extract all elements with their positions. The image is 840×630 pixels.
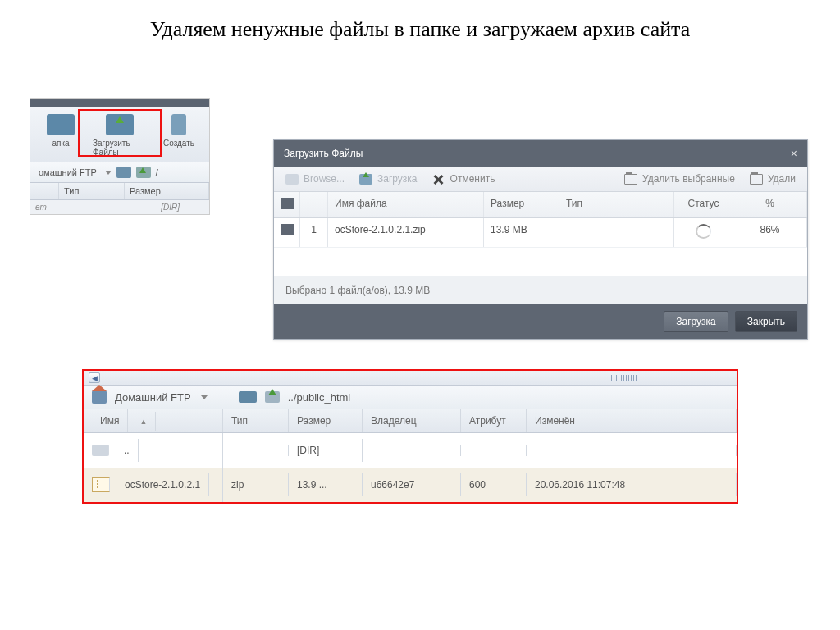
row-size: [DIR] [289, 439, 363, 462]
row-owner: u66642e7 [363, 473, 461, 496]
tool-folder[interactable]: апка [34, 112, 88, 158]
dialog-title: Загрузить Файлы [284, 148, 363, 159]
tool-folder-label: апка [52, 139, 69, 148]
upload-button[interactable]: Загрузка [359, 173, 418, 185]
trash-icon [624, 174, 637, 185]
col-owner[interactable]: Владелец [363, 409, 461, 432]
col-type[interactable]: Тип [223, 409, 289, 432]
dialog-close-button[interactable]: Закрыть [735, 311, 797, 332]
footer-em: em [35, 203, 47, 212]
dialog-upload-button[interactable]: Загрузка [664, 311, 728, 332]
row-name: .. [116, 439, 139, 462]
col-size[interactable]: Размер [125, 183, 209, 199]
home-icon[interactable] [92, 390, 107, 404]
row-percent: 86% [733, 218, 807, 247]
close-icon[interactable]: × [791, 147, 797, 160]
upload-dialog: Загрузить Файлы × Browse... Загрузка Отм… [273, 139, 808, 340]
delete-label: Удали [768, 173, 796, 185]
upload-icon [359, 174, 372, 185]
dialog-summary: Выбрано 1 файл(а/ов), 13.9 MB [274, 276, 807, 304]
zip-icon [92, 477, 110, 492]
chevron-down-icon[interactable] [105, 171, 112, 175]
breadcrumb-home[interactable]: омашний FTP [35, 166, 100, 179]
row-filename: ocStore-2.1.0.2.1.zip [328, 218, 484, 247]
cancel-icon [432, 174, 445, 185]
row-size: 13.9 ... [289, 473, 363, 496]
col-size[interactable]: Размер [484, 192, 559, 217]
toolbar-row: апка Загрузить Файлы Создать [30, 107, 209, 162]
file-listing: ◀ Домашний FTP ../public_html Имя▲ Тип Р… [82, 369, 738, 504]
new-icon [171, 114, 186, 135]
row-type [223, 445, 289, 456]
tool-upload[interactable]: Загрузить Файлы [93, 112, 147, 158]
folder-icon [285, 174, 299, 185]
row-status [674, 218, 733, 247]
dialog-titlebar: Загрузить Файлы × [274, 140, 807, 167]
horizontal-scrollbar[interactable]: ◀ [84, 371, 737, 386]
up-arrow-icon[interactable] [136, 167, 151, 178]
snippet-footer: em [DIR] [30, 200, 209, 214]
folder-icon [92, 445, 109, 456]
row-size: 13.9 MB [484, 218, 559, 247]
col-type[interactable]: Тип [59, 183, 125, 199]
delete-button[interactable]: Удали [750, 173, 796, 185]
breadcrumb-slash: / [156, 167, 158, 177]
scroll-left-icon[interactable]: ◀ [89, 372, 100, 383]
current-path: ../public_html [288, 391, 351, 404]
row-modified [527, 445, 737, 456]
page-title: Удаляем ненужные файлы в папке и загружа… [0, 0, 840, 50]
col-name[interactable]: Имя▲ [84, 409, 223, 432]
dialog-actions: Browse... Загрузка Отменить Удалить выбр… [274, 167, 807, 192]
up-arrow-icon[interactable] [265, 391, 280, 403]
footer-dir: [DIR] [161, 203, 180, 212]
delete-selected-label: Удалить выбранные [642, 173, 735, 185]
home-ftp-label[interactable]: Домашний FTP [115, 391, 191, 404]
col-percent[interactable]: % [733, 192, 807, 217]
tool-new[interactable]: Создать [152, 112, 206, 158]
upload-row[interactable]: 1 ocStore-2.1.0.2.1.zip 13.9 MB 86% [274, 218, 807, 248]
window-chrome [30, 99, 209, 107]
row-name: ocStore-2.1.0.2.1 [116, 473, 209, 496]
list-item[interactable]: ocStore-2.1.0.2.1 zip 13.9 ... u66642e7 … [84, 468, 737, 502]
row-attr [461, 445, 527, 456]
drive-icon[interactable] [239, 391, 257, 403]
cancel-button[interactable]: Отменить [432, 173, 495, 185]
row-checkbox[interactable] [274, 218, 300, 247]
breadcrumb-row: омашний FTP / [30, 162, 209, 183]
row-attr: 600 [461, 473, 527, 496]
upload-label: Загрузка [377, 173, 418, 185]
row-type: zip [223, 473, 289, 496]
checkbox-header[interactable] [274, 192, 300, 217]
col-modified[interactable]: Изменён [527, 409, 737, 432]
folder-icon [47, 114, 75, 135]
col-status[interactable]: Статус [674, 192, 733, 217]
col-filename[interactable]: Имя файла [328, 192, 484, 217]
row-modified: 20.06.2016 11:07:48 [527, 473, 737, 496]
upload-folder-icon [106, 114, 134, 135]
listing-navbar: Домашний FTP ../public_html [84, 386, 737, 409]
col-size[interactable]: Размер [289, 409, 363, 432]
tool-upload-label: Загрузить Файлы [93, 139, 147, 157]
delete-selected-button[interactable]: Удалить выбранные [624, 173, 735, 185]
trash-icon [750, 174, 763, 185]
list-item[interactable]: .. [DIR] [84, 433, 737, 468]
tool-new-label: Создать [163, 139, 194, 148]
sort-asc-icon: ▲ [131, 412, 156, 431]
col-attr[interactable]: Атрибут [461, 409, 527, 432]
spinner-icon [696, 224, 711, 239]
row-index: 1 [300, 218, 328, 247]
drive-icon[interactable] [116, 167, 131, 178]
col-type[interactable]: Тип [559, 192, 674, 217]
dialog-button-row: Загрузка Закрыть [274, 304, 807, 339]
snippet-header: Тип Размер [30, 183, 209, 200]
scroll-grip[interactable] [609, 375, 638, 381]
chevron-down-icon[interactable] [201, 395, 208, 399]
cancel-label: Отменить [450, 173, 495, 185]
toolbar-snippet: апка Загрузить Файлы Создать омашний FTP… [30, 98, 210, 215]
dialog-table-header: Имя файла Размер Тип Статус % [274, 192, 807, 218]
row-owner [363, 445, 461, 456]
listing-header: Имя▲ Тип Размер Владелец Атрибут Изменён [84, 409, 737, 433]
browse-button[interactable]: Browse... [285, 173, 345, 185]
row-type [559, 218, 674, 247]
browse-label: Browse... [304, 173, 345, 185]
